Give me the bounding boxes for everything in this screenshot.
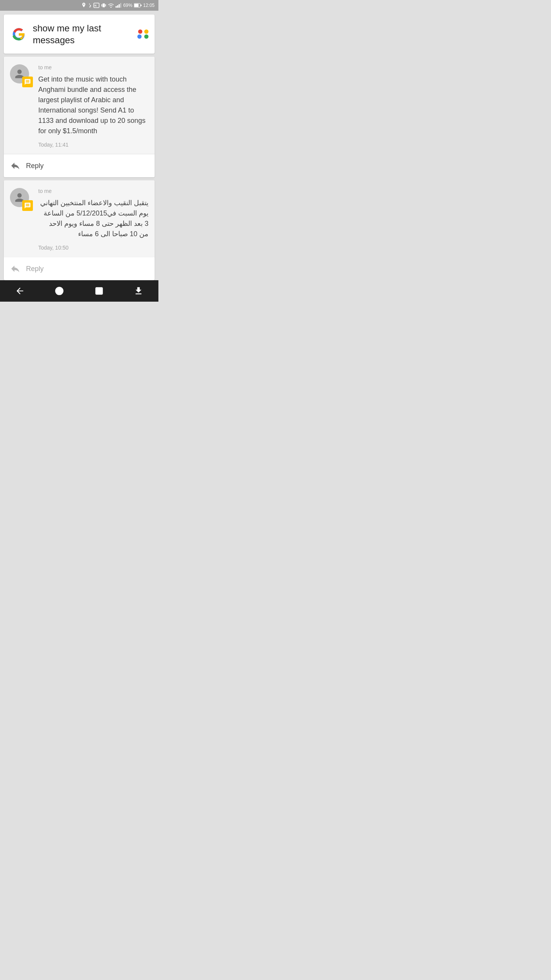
svg-rect-4 [105,4,106,7]
status-icons: N 69% 12:05 [82,3,155,8]
download-button[interactable] [134,286,143,296]
battery-icon [134,3,142,8]
status-bar: N 69% 12:05 [0,0,158,11]
dot-yellow [144,29,148,34]
search-query: show me my last messages [33,22,136,46]
avatar-container-2 [10,188,33,211]
sms-icon-2 [24,202,31,209]
message-body-2: to me يتقبل النقيب والاعضاء المنتخبين ال… [4,180,155,257]
message-text-1: Get into the music with touch Anghami bu… [38,74,148,136]
recents-button[interactable] [94,286,104,296]
message-badge-2 [22,200,33,211]
reply-label-2: Reply [26,265,44,273]
main-content: show me my last messages [0,11,158,280]
message-content-1: to me Get into the music with touch Angh… [38,64,148,148]
reply-button-1[interactable]: Reply [4,154,155,177]
dot-red [138,29,142,34]
svg-text:N: N [95,4,96,7]
reply-icon-1 [10,160,21,171]
message-to-2: to me [38,188,148,194]
svg-rect-6 [117,5,118,8]
search-left: show me my last messages [10,22,136,46]
search-card: show me my last messages [4,15,155,54]
status-time: 12:05 [143,3,155,8]
svg-rect-5 [116,6,117,8]
message-card-2: to me يتقبل النقيب والاعضاء المنتخبين ال… [4,180,155,280]
svg-rect-8 [120,3,121,8]
message-content-2: to me يتقبل النقيب والاعضاء المنتخبين ال… [38,188,148,251]
sms-icon-1 [24,78,31,85]
message-text-2: يتقبل النقيب والاعضاء المنتخبين التهاني … [38,198,148,239]
message-card-1: to me Get into the music with touch Angh… [4,57,155,177]
google-logo [10,24,28,44]
message-badge-1 [22,77,33,87]
message-time-2: Today, 10:50 [38,245,148,251]
wifi-icon [108,3,114,8]
message-body-1: to me Get into the music with touch Angh… [4,57,155,154]
reply-label-1: Reply [26,162,44,170]
dot-green [144,34,148,39]
vibrate-icon [101,3,106,8]
google-loading-dots [136,29,148,39]
nav-bar [0,280,158,302]
svg-point-12 [56,287,64,295]
bluetooth-icon [88,3,92,8]
signal-icon [116,3,122,8]
reply-button-2[interactable]: Reply [4,257,155,280]
svg-rect-2 [103,3,105,7]
battery-percentage: 69% [123,3,132,8]
avatar-container-1 [10,64,33,87]
message-time-1: Today, 11:41 [38,142,148,148]
svg-rect-7 [119,4,120,8]
svg-rect-13 [96,288,102,294]
svg-rect-10 [134,4,139,7]
location-icon [82,3,86,8]
reply-icon-2 [10,263,21,274]
home-button[interactable] [54,286,64,296]
svg-rect-3 [101,4,102,7]
dot-blue [137,34,142,39]
message-to-1: to me [38,64,148,70]
nfc-icon: N [93,3,99,8]
back-button[interactable] [15,286,25,296]
svg-rect-11 [140,5,142,6]
